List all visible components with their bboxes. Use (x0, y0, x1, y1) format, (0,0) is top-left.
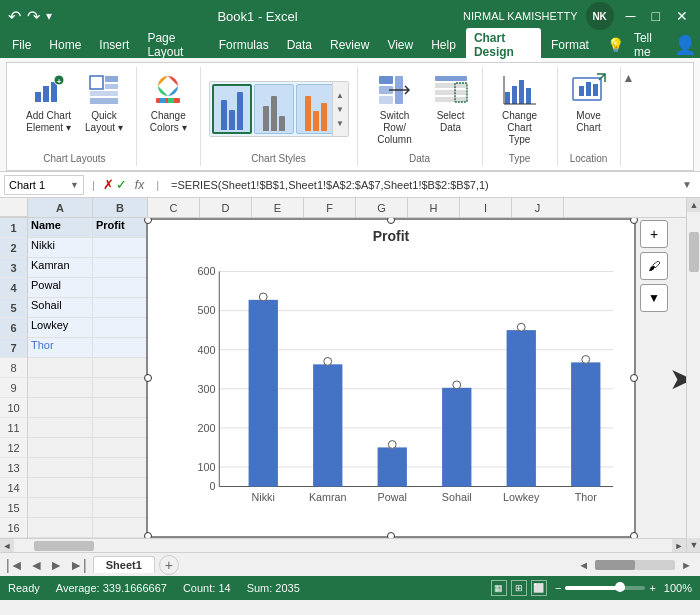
cell-b15[interactable] (93, 498, 148, 518)
vertical-scrollbar[interactable]: ▲ ▼ (686, 198, 700, 552)
menu-formulas[interactable]: Formulas (211, 35, 277, 55)
cell-a4[interactable]: Powal (28, 278, 93, 298)
scroll-down-button[interactable]: ▼ (687, 538, 700, 552)
name-box[interactable]: Chart 1 ▼ (4, 175, 84, 195)
cell-a16[interactable] (28, 518, 93, 538)
cell-a14[interactable] (28, 478, 93, 498)
change-chart-type-button[interactable]: ChangeChart Type (491, 69, 549, 149)
cell-b2[interactable] (93, 238, 148, 258)
menu-file[interactable]: File (4, 35, 39, 55)
row-num-5[interactable]: 5 (0, 298, 27, 318)
cell-a12[interactable] (28, 438, 93, 458)
undo-icon[interactable]: ↶ (8, 7, 21, 26)
row-num-13[interactable]: 13 (0, 458, 27, 478)
maximize-button[interactable]: □ (648, 6, 664, 26)
cell-b8[interactable] (93, 358, 148, 378)
cell-b7[interactable] (93, 338, 148, 358)
row-num-10[interactable]: 10 (0, 398, 27, 418)
row-num-2[interactable]: 2 (0, 238, 27, 258)
zoom-slider-thumb[interactable] (615, 582, 625, 592)
menu-format[interactable]: Format (543, 35, 597, 55)
cell-b10[interactable] (93, 398, 148, 418)
cell-b5[interactable] (93, 298, 148, 318)
horizontal-scrollbar[interactable]: ◄ ► (0, 538, 686, 552)
cell-b9[interactable] (93, 378, 148, 398)
row-num-12[interactable]: 12 (0, 438, 27, 458)
cell-a15[interactable] (28, 498, 93, 518)
cell-b14[interactable] (93, 478, 148, 498)
zoom-in-button[interactable]: + (649, 582, 655, 594)
gallery-item-1[interactable] (212, 84, 252, 134)
view-page-break-icon[interactable]: ⊞ (511, 580, 527, 596)
minimize-button[interactable]: ─ (622, 6, 640, 26)
sheet-hscroll[interactable] (595, 560, 675, 570)
cell-a8[interactable] (28, 358, 93, 378)
chart-styles-button[interactable]: 🖌 (640, 252, 668, 280)
col-header-e[interactable]: E (252, 198, 304, 217)
cell-a2[interactable]: Nikki (28, 238, 93, 258)
change-colors-button[interactable]: ChangeColors ▾ (145, 69, 192, 137)
cell-b11[interactable] (93, 418, 148, 438)
scroll-up-button[interactable]: ▲ (687, 198, 700, 212)
gallery-scroll-up[interactable]: ▲ (333, 89, 348, 101)
h-scroll-thumb[interactable] (34, 541, 94, 551)
cell-b3[interactable] (93, 258, 148, 278)
tell-me-icon[interactable]: 💡 (607, 37, 624, 53)
zoom-level[interactable]: 100% (664, 582, 692, 594)
h-scroll-track[interactable] (14, 539, 672, 553)
sheet-nav-first[interactable]: |◄ (4, 557, 26, 573)
menu-review[interactable]: Review (322, 35, 377, 55)
cell-a11[interactable] (28, 418, 93, 438)
col-header-j[interactable]: J (512, 198, 564, 217)
share-icon[interactable]: 👤 (674, 34, 696, 56)
cell-a10[interactable] (28, 398, 93, 418)
chart-add-element-button[interactable]: + (640, 220, 668, 248)
view-normal-icon[interactable]: ▦ (491, 580, 507, 596)
cancel-formula-button[interactable]: ✗ (103, 177, 114, 192)
cell-b13[interactable] (93, 458, 148, 478)
cell-b4[interactable] (93, 278, 148, 298)
zoom-out-button[interactable]: − (555, 582, 561, 594)
menu-tell-me[interactable]: Tell me (626, 28, 672, 62)
cell-a1[interactable]: Name (28, 218, 93, 238)
col-header-g[interactable]: G (356, 198, 408, 217)
formula-dropdown-button[interactable]: ▼ (678, 179, 696, 190)
select-data-button[interactable]: SelectData (428, 69, 474, 137)
row-num-1[interactable]: 1 (0, 218, 27, 238)
add-sheet-button[interactable]: + (159, 555, 179, 575)
row-num-3[interactable]: 3 (0, 258, 27, 278)
name-box-dropdown[interactable]: ▼ (70, 180, 79, 190)
menu-home[interactable]: Home (41, 35, 89, 55)
ribbon-collapse-button[interactable]: ▲ (623, 71, 635, 85)
col-header-d[interactable]: D (200, 198, 252, 217)
scroll-right-button[interactable]: ► (672, 539, 686, 553)
menu-view[interactable]: View (379, 35, 421, 55)
cell-a7[interactable]: Thor (28, 338, 93, 358)
col-header-f[interactable]: F (304, 198, 356, 217)
close-button[interactable]: ✕ (672, 6, 692, 26)
menu-chart-design[interactable]: Chart Design (466, 28, 541, 62)
cell-a5[interactable]: Sohail (28, 298, 93, 318)
menu-data[interactable]: Data (279, 35, 320, 55)
scroll-left-button[interactable]: ◄ (0, 539, 14, 553)
cell-a9[interactable] (28, 378, 93, 398)
menu-help[interactable]: Help (423, 35, 464, 55)
row-num-8[interactable]: 8 (0, 358, 27, 378)
gallery-item-3[interactable] (296, 84, 336, 134)
sheet-nav-prev[interactable]: ◄ (28, 557, 46, 573)
switch-row-column-button[interactable]: Switch Row/Column (366, 69, 424, 149)
chart-styles-gallery[interactable]: ▲ ▼ ▼ (209, 81, 349, 137)
row-num-6[interactable]: 6 (0, 318, 27, 338)
v-scroll-track[interactable] (687, 212, 700, 538)
user-avatar[interactable]: NK (586, 2, 614, 30)
row-num-9[interactable]: 9 (0, 378, 27, 398)
col-header-b[interactable]: B (93, 198, 148, 217)
col-header-h[interactable]: H (408, 198, 460, 217)
sheet-scroll-left[interactable]: ◄ (574, 559, 593, 571)
add-chart-element-button[interactable]: + Add ChartElement ▾ (21, 69, 76, 137)
row-num-7[interactable]: 7 (0, 338, 27, 358)
cell-a6[interactable]: Lowkey (28, 318, 93, 338)
cell-b6[interactable] (93, 318, 148, 338)
cell-a13[interactable] (28, 458, 93, 478)
zoom-slider[interactable] (565, 586, 645, 590)
